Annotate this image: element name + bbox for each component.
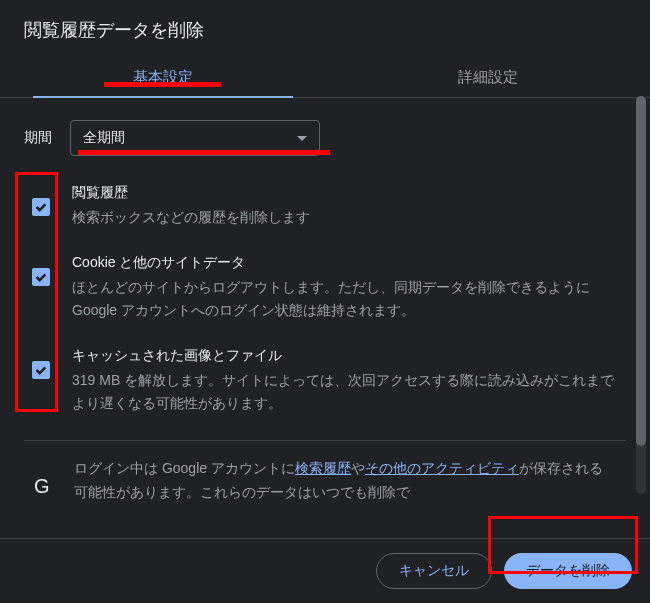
- period-row: 期間 全期間: [24, 120, 626, 156]
- note-text: や: [351, 460, 365, 476]
- option-title: 閲覧履歴: [72, 184, 310, 202]
- option-text: 閲覧履歴 検索ボックスなどの履歴を削除します: [72, 184, 310, 228]
- scrollbar[interactable]: [636, 96, 646, 494]
- scrollbar-thumb[interactable]: [636, 96, 646, 446]
- check-icon: [34, 270, 48, 284]
- checkbox-cache[interactable]: [32, 361, 50, 379]
- tab-basic[interactable]: 基本設定: [0, 56, 325, 97]
- google-account-note: G ログイン中は Google アカウントに検索履歴やその他のアクティビティが保…: [24, 440, 626, 505]
- check-icon: [34, 200, 48, 214]
- period-label: 期間: [24, 129, 52, 147]
- checkbox-history[interactable]: [32, 198, 50, 216]
- option-cookies: Cookie と他のサイトデータ ほとんどのサイトからログアウトします。ただし、…: [24, 254, 626, 321]
- checkbox-cookies[interactable]: [32, 268, 50, 286]
- delete-button[interactable]: データを削除: [504, 553, 632, 589]
- option-cache: キャッシュされた画像とファイル 319 MB を解放します。サイトによっては、次…: [24, 347, 626, 414]
- check-icon: [34, 363, 48, 377]
- option-title: キャッシュされた画像とファイル: [72, 347, 626, 365]
- option-desc: 319 MB を解放します。サイトによっては、次回アクセスする際に読み込みがこれ…: [72, 369, 626, 414]
- note-text: ログイン中は Google アカウントに: [74, 460, 295, 476]
- tabs: 基本設定 詳細設定: [0, 56, 650, 98]
- dialog-title: 閲覧履歴データを削除: [0, 0, 650, 56]
- link-other-activity[interactable]: その他のアクティビティ: [365, 460, 519, 476]
- content-area: 期間 全期間 閲覧履歴 検索ボックスなどの履歴を削除します Cookie と他の…: [0, 98, 650, 505]
- option-desc: ほとんどのサイトからログアウトします。ただし、同期データを削除できるように Go…: [72, 276, 626, 321]
- period-selected-value: 全期間: [83, 129, 125, 147]
- option-desc: 検索ボックスなどの履歴を削除します: [72, 206, 310, 228]
- google-icon: G: [34, 469, 50, 503]
- period-select[interactable]: 全期間: [70, 120, 320, 156]
- link-search-history[interactable]: 検索履歴: [295, 460, 351, 476]
- option-title: Cookie と他のサイトデータ: [72, 254, 626, 272]
- option-browsing-history: 閲覧履歴 検索ボックスなどの履歴を削除します: [24, 184, 626, 228]
- footer: キャンセル データを削除: [0, 538, 650, 603]
- tab-advanced[interactable]: 詳細設定: [325, 56, 650, 97]
- option-text: Cookie と他のサイトデータ ほとんどのサイトからログアウトします。ただし、…: [72, 254, 626, 321]
- option-text: キャッシュされた画像とファイル 319 MB を解放します。サイトによっては、次…: [72, 347, 626, 414]
- chevron-down-icon: [297, 136, 307, 141]
- cancel-button[interactable]: キャンセル: [376, 553, 492, 589]
